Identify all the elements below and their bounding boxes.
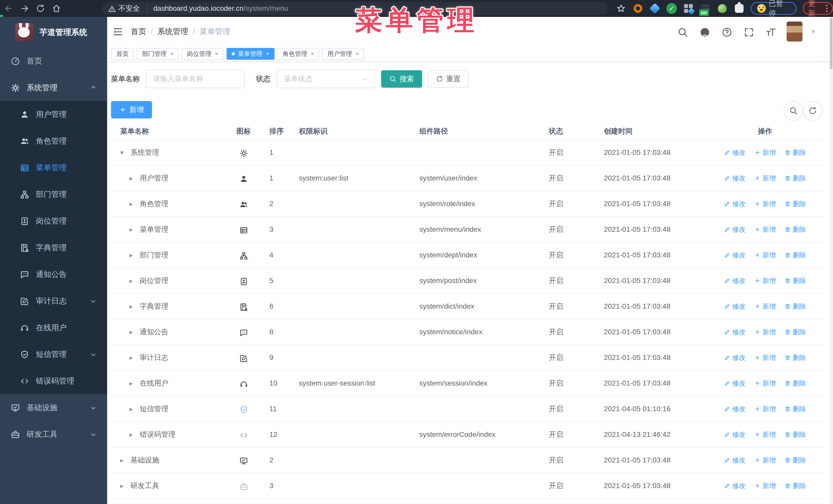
- edit-link[interactable]: 修改: [724, 251, 745, 260]
- extension-key-icon[interactable]: [717, 3, 728, 14]
- sidebar-item-errcode[interactable]: 错误码管理: [0, 368, 107, 394]
- refresh-table-button[interactable]: [803, 101, 823, 120]
- toggle-search-button[interactable]: [784, 101, 803, 120]
- help-icon[interactable]: [720, 25, 733, 38]
- delete-link[interactable]: 删除: [785, 481, 806, 490]
- expand-caret[interactable]: ▸: [129, 303, 136, 310]
- tab-home[interactable]: 首页: [111, 48, 134, 60]
- add-button[interactable]: 新增: [111, 101, 152, 118]
- sidebar-item-infra[interactable]: 基础设施: [0, 394, 107, 421]
- sidebar-item-dict[interactable]: 字典管理: [0, 234, 107, 261]
- profile-paused-badge[interactable]: 已暂停: [751, 2, 797, 15]
- delete-link[interactable]: 删除: [785, 430, 806, 439]
- add-link[interactable]: 新增: [754, 353, 776, 362]
- browser-menu-icon[interactable]: [826, 5, 828, 12]
- extension-gem-icon[interactable]: [649, 3, 660, 14]
- sidebar-item-home[interactable]: 首页: [0, 48, 107, 74]
- collapse-sidebar-icon[interactable]: [112, 26, 124, 38]
- close-tab-icon[interactable]: ×: [266, 50, 269, 57]
- sidebar-item-audit[interactable]: 审计日志: [0, 288, 107, 314]
- expand-caret[interactable]: ▸: [120, 482, 127, 490]
- close-tab-icon[interactable]: ×: [170, 50, 173, 57]
- sidebar-item-system[interactable]: 系统管理: [0, 74, 107, 101]
- add-link[interactable]: 新增: [754, 199, 776, 209]
- address-bar[interactable]: 不安全 dashboard.yudao.iocoder.cn/system/me…: [102, 2, 608, 15]
- add-link[interactable]: 新增: [754, 277, 776, 285]
- expand-caret[interactable]: ▸: [129, 200, 136, 208]
- fullscreen-icon[interactable]: [742, 25, 755, 38]
- delete-link[interactable]: 删除: [785, 353, 806, 362]
- sidebar-item-dept[interactable]: 部门管理: [0, 181, 107, 208]
- close-tab-icon[interactable]: ×: [311, 50, 314, 57]
- menu-name-input[interactable]: [146, 70, 245, 88]
- edit-link[interactable]: 修改: [724, 148, 745, 157]
- add-link[interactable]: 新增: [754, 456, 776, 465]
- delete-link[interactable]: 删除: [785, 302, 806, 311]
- expand-caret[interactable]: ▸: [129, 405, 136, 413]
- extension-check-icon[interactable]: ✓: [666, 3, 677, 14]
- sidebar-item-notice[interactable]: 通知公告: [0, 261, 107, 288]
- expand-caret[interactable]: ▸: [129, 328, 136, 336]
- sidebar-item-sms[interactable]: 短信管理: [0, 341, 107, 368]
- collapse-caret[interactable]: ▾: [120, 149, 127, 157]
- add-link[interactable]: 新增: [754, 405, 776, 413]
- sidebar-item-user[interactable]: 用户管理: [0, 101, 107, 128]
- expand-caret[interactable]: ▸: [129, 354, 136, 362]
- expand-caret[interactable]: ▸: [120, 456, 127, 464]
- add-link[interactable]: 新增: [754, 379, 776, 388]
- breadcrumb-system[interactable]: 系统管理: [158, 26, 188, 37]
- delete-link[interactable]: 删除: [785, 225, 806, 234]
- delete-link[interactable]: 删除: [785, 148, 806, 157]
- github-icon[interactable]: [698, 25, 711, 38]
- tab-post[interactable]: 岗位管理×: [182, 48, 223, 60]
- edit-link[interactable]: 修改: [724, 328, 745, 337]
- browser-update-button[interactable]: 更新: [803, 2, 833, 15]
- edit-link[interactable]: 修改: [724, 481, 745, 490]
- close-tab-icon[interactable]: ×: [215, 50, 218, 57]
- breadcrumb-home[interactable]: 首页: [131, 26, 146, 37]
- delete-link[interactable]: 删除: [785, 405, 806, 413]
- add-link[interactable]: 新增: [754, 174, 776, 183]
- scrollbar-thumb[interactable]: [830, 18, 832, 69]
- delete-link[interactable]: 删除: [785, 277, 806, 285]
- add-link[interactable]: 新增: [754, 430, 776, 439]
- delete-link[interactable]: 删除: [785, 328, 806, 337]
- avatar-caret-icon[interactable]: ▾: [812, 28, 815, 35]
- edit-link[interactable]: 修改: [724, 405, 745, 413]
- sidebar-item-online[interactable]: 在线用户: [0, 314, 107, 341]
- edit-link[interactable]: 修改: [724, 302, 745, 311]
- extension-server-icon[interactable]: on: [700, 3, 711, 14]
- expand-caret[interactable]: ▸: [129, 379, 136, 387]
- tab-dept[interactable]: 部门管理×: [137, 48, 178, 60]
- expand-caret[interactable]: ▸: [129, 277, 136, 285]
- add-link[interactable]: 新增: [754, 148, 776, 157]
- add-link[interactable]: 新增: [754, 251, 776, 260]
- browser-forward-icon[interactable]: [18, 1, 32, 16]
- add-link[interactable]: 新增: [754, 481, 776, 490]
- browser-back-icon[interactable]: [2, 1, 16, 16]
- add-link[interactable]: 新增: [754, 302, 776, 311]
- edit-link[interactable]: 修改: [724, 174, 745, 183]
- browser-reload-icon[interactable]: [33, 1, 48, 16]
- user-avatar[interactable]: [787, 22, 803, 42]
- edit-link[interactable]: 修改: [724, 277, 745, 285]
- close-tab-icon[interactable]: ×: [356, 50, 359, 57]
- reset-button[interactable]: 重置: [428, 70, 469, 88]
- header-search-icon[interactable]: [676, 25, 689, 38]
- edit-link[interactable]: 修改: [724, 353, 745, 362]
- add-link[interactable]: 新增: [754, 328, 776, 337]
- browser-home-icon[interactable]: [49, 1, 64, 16]
- edit-link[interactable]: 修改: [724, 430, 745, 439]
- delete-link[interactable]: 删除: [785, 174, 806, 183]
- expand-caret[interactable]: ▸: [129, 174, 136, 182]
- tab-menu[interactable]: 菜单管理×: [227, 48, 275, 60]
- edit-link[interactable]: 修改: [724, 225, 745, 234]
- sidebar-item-role[interactable]: 角色管理: [0, 128, 107, 154]
- tab-user[interactable]: 用户管理×: [322, 48, 364, 60]
- bookmark-star-icon[interactable]: [616, 3, 626, 14]
- expand-caret[interactable]: ▸: [129, 225, 136, 234]
- edit-link[interactable]: 修改: [724, 379, 745, 388]
- expand-caret[interactable]: ▸: [129, 251, 136, 259]
- add-link[interactable]: 新增: [754, 225, 776, 234]
- search-button[interactable]: 搜索: [381, 70, 422, 88]
